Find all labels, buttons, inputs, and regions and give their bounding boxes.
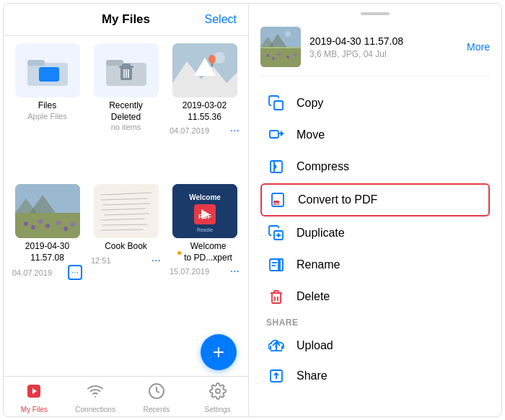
wifi-icon bbox=[87, 382, 104, 404]
file-dots-cook-book[interactable]: ··· bbox=[152, 254, 161, 267]
preview-svg bbox=[260, 27, 301, 67]
share-section-header: SHARE bbox=[266, 318, 484, 328]
nav-item-connections[interactable]: Connections bbox=[65, 382, 126, 414]
svg-point-55 bbox=[266, 54, 269, 57]
svg-point-22 bbox=[24, 222, 28, 226]
scroll-indicator bbox=[361, 12, 390, 15]
nav-label-recents: Recents bbox=[144, 406, 170, 414]
action-item-copy[interactable]: Copy bbox=[260, 88, 490, 118]
svg-rect-7 bbox=[122, 64, 131, 66]
move-icon bbox=[266, 127, 286, 143]
file-item-welcome-pdf[interactable]: Welcome PDF Readle ● Welcometo PD...xper… bbox=[168, 184, 241, 321]
nav-item-myfiles[interactable]: My Files bbox=[4, 382, 65, 414]
action-list: Copy Move bbox=[260, 88, 490, 312]
file-thumbnail-files bbox=[15, 43, 80, 97]
action-label-rename: Rename bbox=[297, 258, 340, 271]
svg-point-46 bbox=[95, 396, 96, 398]
file-preview-row: 2019-04-30 11.57.08 3,6 MB, JPG, 04 Jul … bbox=[260, 27, 490, 76]
dot-indicator-welcome: ● bbox=[177, 248, 182, 258]
action-label-duplicate: Duplicate bbox=[297, 227, 345, 240]
svg-point-25 bbox=[45, 224, 50, 228]
svg-rect-73 bbox=[278, 259, 283, 271]
svg-point-24 bbox=[38, 219, 43, 224]
welcome-svg: Welcome PDF Readle bbox=[172, 184, 237, 238]
action-item-convert-pdf[interactable]: PDF Convert to PDF bbox=[260, 183, 490, 216]
myfiles-icon bbox=[25, 382, 43, 404]
file-label-recently-deleted: RecentlyDeleted bbox=[109, 100, 143, 123]
rename-icon bbox=[266, 257, 286, 273]
upload-icon bbox=[266, 338, 286, 354]
action-item-upload[interactable]: Upload bbox=[260, 331, 490, 361]
file-item-files[interactable]: Files Apple Files bbox=[11, 43, 84, 178]
file-date-welcome-pdf: 15.07.2019 bbox=[170, 267, 209, 276]
file-thumbnail-recently-deleted bbox=[94, 43, 159, 97]
nav-label-connections: Connections bbox=[75, 406, 115, 414]
file-sublabel-recently-deleted: no items bbox=[111, 123, 141, 131]
action-label-upload: Upload bbox=[297, 339, 333, 352]
action-item-rename[interactable]: Rename bbox=[260, 250, 490, 280]
file-thumbnail-cook-book bbox=[94, 184, 159, 238]
file-item-img-2019-03-02[interactable]: 2019-03-0211.55.36 04.07.2019 ··· bbox=[168, 43, 241, 178]
file-meta-row-welcome-pdf: 15.07.2019 ··· bbox=[168, 263, 241, 278]
file-item-img-2019-04-30[interactable]: 2019-04-3011.57.08 04.07.2019 ··· bbox=[11, 184, 84, 321]
svg-point-58 bbox=[286, 56, 289, 58]
compress-icon bbox=[266, 159, 286, 175]
duplicate-icon bbox=[266, 225, 286, 241]
left-panel: My Files Select Files Apple Files bbox=[4, 4, 249, 416]
svg-point-23 bbox=[31, 225, 35, 229]
preview-thumbnail bbox=[260, 27, 301, 67]
file-meta-row-img-2019-03-02: 04.07.2019 ··· bbox=[168, 123, 241, 137]
file-label-img-2019-03-02: 2019-03-0211.55.36 bbox=[183, 100, 227, 123]
svg-point-59 bbox=[294, 53, 297, 56]
svg-rect-54 bbox=[260, 48, 301, 67]
select-button[interactable]: Select bbox=[205, 13, 237, 26]
action-item-delete[interactable]: Delete bbox=[260, 281, 490, 312]
files-grid: Files Apple Files bbox=[4, 36, 248, 328]
svg-point-26 bbox=[56, 221, 61, 225]
action-item-share[interactable]: Share bbox=[260, 361, 490, 391]
svg-text:Welcome: Welcome bbox=[189, 193, 221, 201]
svg-text:PDF: PDF bbox=[273, 202, 280, 206]
file-dots-img-2019-03-02[interactable]: ··· bbox=[230, 124, 240, 137]
file-dots-box-img-2019-04-30[interactable]: ··· bbox=[68, 265, 82, 280]
nav-item-recents[interactable]: Recents bbox=[126, 382, 188, 414]
file-meta-row-cook-book: 12:51 ··· bbox=[89, 253, 162, 267]
svg-point-48 bbox=[216, 389, 220, 393]
file-meta-row-img-2019-04-30: 04.07.2019 ··· bbox=[11, 263, 84, 280]
action-label-share: Share bbox=[297, 369, 328, 382]
file-item-cook-book[interactable]: Cook Book 12:51 ··· bbox=[89, 184, 162, 321]
action-label-move: Move bbox=[297, 128, 325, 141]
nav-item-settings[interactable]: Settings bbox=[187, 382, 248, 414]
action-item-move[interactable]: Move bbox=[260, 120, 490, 150]
file-label-files: Files bbox=[38, 100, 56, 112]
app-container: My Files Select Files Apple Files bbox=[3, 3, 502, 417]
clock-icon bbox=[148, 382, 165, 404]
svg-point-27 bbox=[63, 227, 68, 231]
field-svg bbox=[15, 184, 80, 238]
action-label-compress: Compress bbox=[297, 160, 349, 173]
pdf-icon: PDF bbox=[268, 192, 288, 208]
file-date-img-2019-03-02: 04.07.2019 bbox=[170, 126, 209, 135]
file-thumbnail-img-2019-03-02 bbox=[172, 43, 237, 97]
preview-more-button[interactable]: More bbox=[467, 41, 490, 53]
add-button[interactable]: + bbox=[201, 334, 237, 370]
file-item-recently-deleted[interactable]: RecentlyDeleted no items bbox=[89, 43, 162, 178]
book-svg bbox=[94, 184, 159, 238]
file-thumbnail-img-2019-04-30 bbox=[15, 184, 80, 238]
right-panel: 2019-04-30 11.57.08 3,6 MB, JPG, 04 Jul … bbox=[249, 4, 501, 416]
svg-rect-76 bbox=[272, 293, 281, 303]
nav-label-settings: Settings bbox=[205, 406, 231, 414]
left-header: My Files Select bbox=[4, 4, 248, 36]
svg-point-15 bbox=[208, 55, 216, 64]
fab-container: + bbox=[4, 328, 248, 376]
svg-rect-4 bbox=[106, 60, 123, 66]
action-label-delete: Delete bbox=[297, 290, 330, 303]
svg-rect-60 bbox=[274, 101, 283, 110]
gear-icon bbox=[209, 382, 227, 404]
file-label-cook-book: Cook Book bbox=[105, 241, 147, 253]
file-sublabel-files: Apple Files bbox=[27, 112, 66, 121]
action-item-compress[interactable]: Compress bbox=[260, 152, 490, 182]
file-dots-welcome-pdf[interactable]: ··· bbox=[230, 265, 240, 278]
trash-folder-icon bbox=[105, 53, 148, 89]
action-item-duplicate[interactable]: Duplicate bbox=[260, 218, 490, 248]
